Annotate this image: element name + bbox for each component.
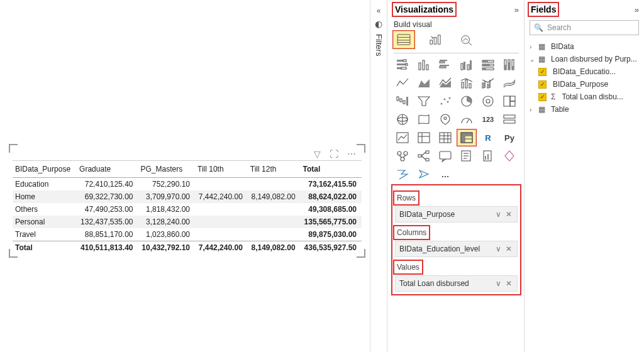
fields-search-input[interactable]: 🔍 Search xyxy=(530,20,639,35)
svg-rect-17 xyxy=(419,63,421,70)
expand-filters-icon[interactable]: « xyxy=(370,6,387,15)
svg-point-64 xyxy=(444,117,447,119)
line-stacked-column-icon[interactable] xyxy=(458,75,475,91)
collapse-fields-icon[interactable]: » xyxy=(635,5,639,14)
visualizations-title: Visualizations xyxy=(394,4,455,15)
table-row[interactable]: Education72,410,125.40752,290.1073,162,4… xyxy=(13,178,362,191)
line-clustered-column-icon[interactable] xyxy=(479,75,497,91)
clustered-bar-icon[interactable] xyxy=(436,57,454,72)
remove-field-icon[interactable]: ✕ xyxy=(506,279,513,288)
line-chart-icon[interactable] xyxy=(394,75,411,91)
columns-well[interactable]: BIData_Education_level ∨ ✕ xyxy=(395,241,518,257)
svg-rect-33 xyxy=(482,68,486,70)
format-visual-tab[interactable] xyxy=(425,31,445,48)
remove-field-icon[interactable]: ✕ xyxy=(506,210,513,219)
build-visual-tab[interactable] xyxy=(394,31,414,48)
stacked-area-icon[interactable] xyxy=(436,75,454,91)
column-header[interactable]: BIData_Purpose xyxy=(13,161,77,178)
resize-handle-bl[interactable] xyxy=(9,249,18,258)
smart-narrative-icon[interactable] xyxy=(458,148,475,163)
kpi-icon[interactable] xyxy=(394,130,411,145)
paginated-report-icon[interactable] xyxy=(479,148,497,163)
svg-rect-41 xyxy=(465,80,467,88)
analytics-tab[interactable] xyxy=(457,31,477,48)
matrix-visual[interactable]: ▽ ⛶ ⋯ BIData_PurposeGraduatePG_MastersTi… xyxy=(13,148,362,254)
resize-handle-tl[interactable] xyxy=(9,144,18,153)
remove-field-icon[interactable]: ✕ xyxy=(506,245,513,253)
field-checkbox[interactable]: ✓ xyxy=(538,68,547,76)
qa-visual-icon[interactable] xyxy=(436,148,454,163)
field-checkbox[interactable]: ✓ xyxy=(538,93,547,101)
table-row[interactable]: Travel88,851,170.001,023,860.0089,875,03… xyxy=(13,228,362,241)
column-header[interactable]: Till 12th xyxy=(248,161,301,178)
waterfall-icon[interactable] xyxy=(394,94,411,109)
ribbon-chart-icon[interactable] xyxy=(501,75,518,91)
filled-map-icon[interactable] xyxy=(415,112,433,127)
column-header[interactable]: Till 10th xyxy=(195,161,248,178)
collapse-viz-icon[interactable]: » xyxy=(514,5,519,14)
table-row[interactable]: Others47,490,253.001,818,432.0049,308,68… xyxy=(13,203,362,216)
chevron-down-icon[interactable]: ∨ xyxy=(496,279,502,288)
gauge-icon[interactable] xyxy=(458,112,475,127)
scatter-icon[interactable] xyxy=(436,94,454,109)
power-apps-icon[interactable] xyxy=(501,148,518,163)
more-visuals-icon[interactable]: … xyxy=(436,167,454,182)
hundred-stacked-bar-icon[interactable] xyxy=(479,57,497,72)
stacked-bar-icon[interactable] xyxy=(394,57,411,72)
power-automate-icon[interactable] xyxy=(394,167,411,182)
map-icon[interactable] xyxy=(394,112,411,127)
focus-mode-icon[interactable]: ⛶ xyxy=(330,149,340,159)
values-well[interactable]: Total Loan disbursed ∨ ✕ xyxy=(395,275,518,292)
field-node[interactable]: ✓BIData_Educatio... xyxy=(530,65,639,78)
svg-rect-35 xyxy=(504,65,506,70)
svg-rect-89 xyxy=(418,155,421,157)
field-node[interactable]: ✓BIData_Purpose xyxy=(530,78,639,91)
python-visual-icon[interactable]: Py xyxy=(501,130,518,145)
rows-well[interactable]: BIData_Purpose ∨ ✕ xyxy=(395,206,518,223)
area-chart-icon[interactable] xyxy=(415,75,433,91)
slicer-icon[interactable] xyxy=(415,130,433,145)
funnel-icon[interactable] xyxy=(415,94,433,109)
report-canvas[interactable]: ▽ ⛶ ⋯ BIData_PurposeGraduatePG_MastersTi… xyxy=(0,0,370,352)
chevron-down-icon[interactable]: ∨ xyxy=(496,210,502,219)
field-checkbox[interactable]: ✓ xyxy=(538,80,547,89)
svg-rect-29 xyxy=(482,60,488,62)
donut-icon[interactable] xyxy=(479,94,497,109)
hundred-stacked-column-icon[interactable] xyxy=(501,57,518,72)
card-icon[interactable]: 123 xyxy=(479,112,497,127)
chevron-down-icon[interactable]: ∨ xyxy=(496,245,502,253)
svg-rect-50 xyxy=(406,97,408,106)
pie-icon[interactable] xyxy=(458,94,475,109)
matrix-icon[interactable] xyxy=(458,130,475,145)
column-header[interactable]: PG_Masters xyxy=(138,161,195,178)
svg-rect-27 xyxy=(470,60,472,70)
svg-point-52 xyxy=(444,99,446,101)
svg-rect-18 xyxy=(423,60,425,70)
column-header[interactable]: Graduate xyxy=(77,161,138,178)
clustered-column-icon[interactable] xyxy=(458,57,475,72)
table-node[interactable]: ⌄▦Loan disbursed by Purp... xyxy=(530,53,639,65)
azure-map-icon[interactable] xyxy=(436,112,454,127)
filter-visual-icon[interactable]: ▽ xyxy=(314,149,323,159)
svg-rect-40 xyxy=(462,82,464,88)
stacked-column-icon[interactable] xyxy=(415,57,433,72)
multi-row-card-icon[interactable] xyxy=(501,112,518,127)
key-influencers-icon[interactable] xyxy=(394,148,411,163)
r-visual-icon[interactable]: R xyxy=(479,130,497,145)
table-row[interactable]: Personal132,437,535.003,128,240.00135,56… xyxy=(13,216,362,228)
search-icon: 🔍 xyxy=(534,23,543,32)
resize-handle-br[interactable] xyxy=(357,249,365,258)
table-node[interactable]: ›▦Table xyxy=(530,103,639,116)
table-node[interactable]: ›▦BIData xyxy=(530,40,639,53)
column-header[interactable]: Total xyxy=(301,161,362,178)
get-more-visuals-icon[interactable] xyxy=(415,167,433,182)
table-icon[interactable] xyxy=(436,130,454,145)
filters-pane-collapsed[interactable]: « ◐ Filters xyxy=(370,0,387,352)
treemap-icon[interactable] xyxy=(501,94,518,109)
table-row[interactable]: Home69,322,730.003,709,970.007,442,240.0… xyxy=(13,190,362,203)
svg-rect-45 xyxy=(487,84,489,88)
decomposition-tree-icon[interactable] xyxy=(415,148,433,163)
svg-point-57 xyxy=(486,99,490,103)
field-node[interactable]: ✓ΣTotal Loan disbu... xyxy=(530,91,639,103)
resize-handle-tr[interactable] xyxy=(357,144,365,153)
